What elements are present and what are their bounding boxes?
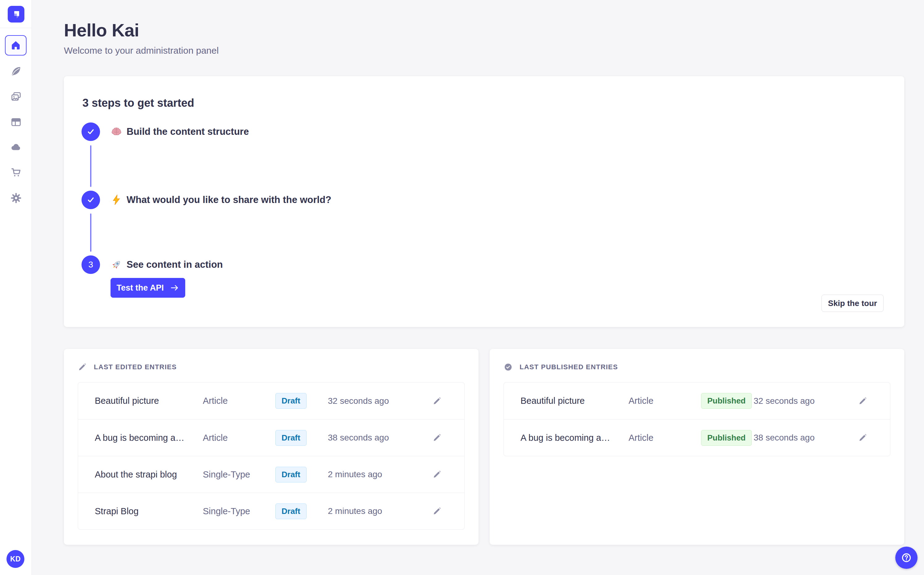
- test-api-button[interactable]: Test the API: [110, 278, 185, 298]
- entry-title: Beautiful picture: [521, 396, 629, 406]
- entry-type: Article: [203, 396, 276, 406]
- pencil-icon: [433, 396, 442, 406]
- edit-entry-button[interactable]: [430, 431, 444, 445]
- edit-entry-button[interactable]: [856, 394, 870, 408]
- last-edited-title: LAST EDITED ENTRIES: [94, 363, 177, 371]
- pencil-icon: [78, 362, 87, 372]
- entry-type: Single-Type: [203, 470, 276, 480]
- step1-check-circle: [81, 122, 100, 141]
- user-avatar[interactable]: KD: [6, 550, 24, 568]
- table-row: A bug is becoming a… Article Published 3…: [504, 419, 890, 456]
- strapi-logo: [8, 6, 24, 22]
- arrow-right-icon: [169, 283, 179, 293]
- table-row: About the strapi blog Single-Type Draft …: [78, 456, 464, 492]
- test-api-label: Test the API: [116, 283, 164, 293]
- step1-row: Build the content structure: [110, 126, 249, 138]
- brain-emoji-icon: [110, 126, 122, 138]
- pictures-icon: [10, 91, 22, 102]
- check-circle-icon: [503, 362, 513, 372]
- check-icon: [86, 195, 96, 205]
- table-row: Beautiful picture Article Published 32 s…: [504, 383, 890, 419]
- entry-time: 2 minutes ago: [328, 506, 430, 516]
- pencil-icon: [858, 433, 868, 442]
- last-edited-table: Beautiful picture Article Draft 32 secon…: [78, 382, 465, 530]
- entry-time: 32 seconds ago: [754, 396, 856, 406]
- table-row: Strapi Blog Single-Type Draft 2 minutes …: [78, 492, 464, 529]
- sidebar-item-home[interactable]: [5, 35, 27, 56]
- help-button[interactable]: [895, 546, 918, 569]
- main-content: Hello Kai Welcome to your administration…: [32, 0, 924, 545]
- sidebar-item-marketplace[interactable]: [8, 165, 24, 180]
- edit-entry-button[interactable]: [430, 468, 444, 481]
- step3-number: 3: [88, 260, 93, 270]
- sidebar-divider: [0, 28, 32, 28]
- pencil-icon: [858, 396, 868, 406]
- status-badge: Draft: [276, 467, 307, 483]
- edit-entry-button[interactable]: [430, 504, 444, 518]
- last-edited-card: LAST EDITED ENTRIES Beautiful picture Ar…: [64, 349, 478, 545]
- edit-entry-button[interactable]: [430, 394, 444, 408]
- status-badge: Draft: [276, 504, 307, 519]
- entry-title: A bug is becoming a…: [521, 433, 629, 443]
- onboarding-card: 3 steps to get started Build the content…: [64, 76, 904, 327]
- last-published-title: LAST PUBLISHED ENTRIES: [519, 363, 618, 371]
- step2-row: What would you like to share with the wo…: [110, 194, 331, 206]
- entry-time: 38 seconds ago: [328, 433, 430, 443]
- cloud-icon: [10, 141, 22, 153]
- table-row: A bug is becoming a… Article Draft 38 se…: [78, 419, 464, 456]
- question-mark-icon: [900, 551, 913, 564]
- entry-title: About the strapi blog: [95, 470, 203, 480]
- home-icon: [10, 40, 22, 51]
- entry-type: Article: [629, 396, 701, 406]
- layout-icon: [10, 116, 22, 128]
- step3-row: See content in action: [110, 259, 223, 270]
- status-badge: Published: [701, 430, 752, 446]
- step2-label: What would you like to share with the wo…: [127, 194, 331, 205]
- step-connector-1: [90, 145, 91, 187]
- status-badge: Draft: [276, 430, 307, 446]
- last-edited-header: LAST EDITED ENTRIES: [78, 362, 465, 372]
- onboarding-title: 3 steps to get started: [83, 97, 194, 110]
- entry-title: A bug is becoming a…: [95, 433, 203, 443]
- pencil-icon: [433, 470, 442, 479]
- sidebar: KD: [0, 0, 32, 575]
- step1-label: Build the content structure: [127, 126, 249, 137]
- page-title: Hello Kai: [64, 20, 904, 40]
- gear-icon: [10, 192, 22, 204]
- last-published-card: LAST PUBLISHED ENTRIES Beautiful picture…: [490, 349, 904, 545]
- status-badge: Published: [701, 393, 752, 409]
- step-connector-2: [90, 213, 91, 252]
- table-row: Beautiful picture Article Draft 32 secon…: [78, 383, 464, 419]
- entry-time: 38 seconds ago: [754, 433, 856, 443]
- entry-type: Article: [203, 433, 276, 443]
- step3-label: See content in action: [127, 259, 223, 270]
- pencil-icon: [433, 433, 442, 442]
- rocket-emoji-icon: [110, 259, 122, 270]
- skip-tour-button[interactable]: Skip the tour: [822, 295, 884, 312]
- sidebar-item-media-library[interactable]: [8, 89, 24, 104]
- sidebar-item-cloud[interactable]: [8, 140, 24, 155]
- cart-icon: [10, 167, 22, 178]
- lightning-emoji-icon: [110, 194, 122, 206]
- page-subtitle: Welcome to your administration panel: [64, 45, 904, 56]
- entry-title: Strapi Blog: [95, 506, 203, 516]
- entry-type: Article: [629, 433, 701, 443]
- entry-type: Single-Type: [203, 506, 276, 516]
- check-icon: [86, 127, 96, 137]
- entries-section: LAST EDITED ENTRIES Beautiful picture Ar…: [64, 349, 904, 545]
- entry-time: 2 minutes ago: [328, 470, 430, 480]
- last-published-table: Beautiful picture Article Published 32 s…: [503, 382, 891, 456]
- last-published-header: LAST PUBLISHED ENTRIES: [503, 362, 891, 372]
- feather-icon: [10, 65, 22, 77]
- pencil-icon: [433, 507, 442, 516]
- sidebar-item-settings[interactable]: [8, 190, 24, 206]
- sidebar-item-content-type-builder[interactable]: [8, 114, 24, 130]
- step3-number-circle: 3: [81, 256, 100, 274]
- sidebar-item-content-manager[interactable]: [8, 64, 24, 79]
- strapi-logo-icon: [10, 8, 22, 21]
- status-badge: Draft: [276, 393, 307, 409]
- edit-entry-button[interactable]: [856, 431, 870, 445]
- step2-check-circle: [81, 191, 100, 209]
- entry-time: 32 seconds ago: [328, 396, 430, 406]
- entry-title: Beautiful picture: [95, 396, 203, 406]
